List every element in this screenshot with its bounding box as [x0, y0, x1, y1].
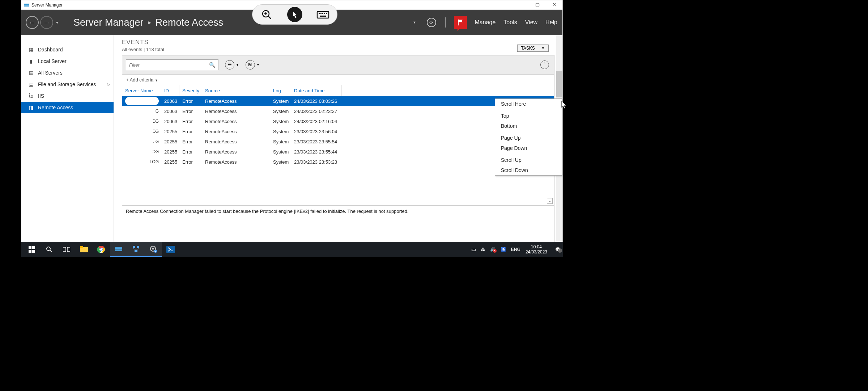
task-view-button[interactable] [58, 242, 75, 257]
panel-toolbar: 🔍 ☰▼ 🖫▼ ˆ [122, 55, 554, 74]
zoom-in-icon[interactable] [259, 7, 274, 22]
menu-manage[interactable]: Manage [475, 19, 496, 26]
settings-gear-icon[interactable] [145, 242, 162, 257]
context-item[interactable]: Scroll Here [495, 99, 562, 109]
svg-rect-30 [137, 246, 139, 248]
col-severity[interactable]: Severity [179, 85, 202, 96]
svg-rect-15 [29, 250, 31, 253]
notifications-flag-icon[interactable] [454, 16, 467, 29]
svg-rect-21 [80, 247, 88, 252]
nav-forward-button[interactable]: → [40, 16, 53, 29]
dashboard-icon: ▦ [28, 46, 34, 53]
filter-input[interactable] [129, 62, 209, 68]
context-item[interactable]: Bottom [495, 121, 562, 131]
sidebar-item-label: Local Server [38, 58, 67, 64]
sidebar-item-remote-access[interactable]: ◨Remote Access [21, 102, 114, 113]
svg-line-3 [268, 16, 271, 19]
divider [445, 17, 446, 28]
svg-point-17 [47, 247, 50, 251]
powershell-icon[interactable] [162, 242, 179, 257]
menu-help[interactable]: Help [545, 19, 557, 26]
svg-rect-9 [322, 13, 323, 14]
minimize-button[interactable]: — [512, 0, 529, 10]
search-icon[interactable]: 🔍 [209, 62, 215, 68]
sidebar-item-all-servers[interactable]: ▤All Servers [21, 67, 114, 79]
col-log[interactable]: Log [270, 85, 291, 96]
close-button[interactable]: ✕ [546, 0, 562, 10]
menu-view[interactable]: View [525, 19, 537, 26]
sidebar: ▦Dashboard ▮Local Server ▤All Servers 🖴F… [21, 35, 114, 257]
tray-volume-icon[interactable]: 🔊✕ [490, 247, 495, 252]
col-date[interactable]: Date and Time [291, 85, 342, 96]
table-row[interactable]: ƆG20255ErrorRemoteAccessSystem23/03/2023… [122, 126, 554, 136]
table-row[interactable]: . G20255ErrorRemoteAccessSystem23/03/202… [122, 136, 554, 147]
breadcrumb-current: Remote Access [156, 17, 224, 28]
tray-language[interactable]: ENG [511, 247, 520, 252]
nav-history-dropdown[interactable]: ▼ [55, 21, 59, 25]
context-item[interactable]: Page Up [495, 133, 562, 143]
table-row[interactable]: LOG20255ErrorRemoteAccessSystem23/03/202… [122, 157, 554, 167]
col-source[interactable]: Source [202, 85, 270, 96]
table-row[interactable]: G20063ErrorRemoteAccessSystem24/03/2023 … [122, 106, 554, 116]
sidebar-item-dashboard[interactable]: ▦Dashboard [21, 44, 114, 55]
svg-point-26 [100, 248, 102, 251]
tasks-dropdown[interactable]: TASKS▼ [517, 45, 549, 52]
svg-point-33 [152, 248, 154, 250]
svg-rect-7 [319, 13, 320, 14]
notifications-dropdown-icon[interactable]: ▼ [413, 21, 416, 24]
server-icon: ▮ [28, 58, 34, 64]
server-manager-taskbar-icon[interactable] [110, 242, 127, 257]
svg-rect-1 [24, 5, 29, 7]
keyboard-icon[interactable] [315, 7, 331, 22]
events-grid: Server Name ID Severity Source Log Date … [122, 85, 554, 206]
sidebar-item-iis[interactable]: ἰοIIS [21, 90, 114, 102]
save-query-button[interactable]: 🖫▼ [246, 60, 260, 70]
table-row[interactable]: ƆG20255ErrorRemoteAccessSystem23/03/2023… [122, 147, 554, 157]
network-connections-icon[interactable] [127, 242, 145, 257]
svg-rect-11 [326, 13, 327, 14]
breadcrumb-root[interactable]: Server Manager [73, 17, 144, 28]
svg-rect-12 [320, 16, 326, 17]
col-server-name[interactable]: Server Name [122, 85, 161, 96]
mouse-cursor-icon [561, 101, 568, 109]
search-button[interactable] [41, 242, 58, 257]
nav-back-button[interactable]: ← [26, 16, 39, 29]
table-row[interactable]: ƆG20063ErrorRemoteAccessSystem24/03/2023… [122, 116, 554, 126]
start-button[interactable] [23, 242, 41, 257]
taskbar-clock[interactable]: 10:04 24/03/2023 [526, 244, 547, 255]
svg-rect-10 [324, 13, 325, 14]
collapse-panel-button[interactable]: ˆ [540, 60, 549, 69]
scroll-down-icon[interactable]: ⌄ [547, 198, 553, 204]
context-item[interactable]: Scroll Up [495, 155, 562, 165]
maximize-button[interactable]: ▢ [529, 0, 546, 10]
refresh-button[interactable]: ⟳ [426, 17, 437, 28]
tray-drive-icon[interactable]: 🖴 [471, 247, 476, 252]
sidebar-item-local-server[interactable]: ▮Local Server [21, 55, 114, 67]
remote-connection-icon[interactable] [287, 7, 302, 22]
criteria-bar: + Add criteria ▼ [122, 74, 554, 85]
col-id[interactable]: ID [161, 85, 179, 96]
svg-rect-19 [63, 247, 66, 252]
filter-box: 🔍 [126, 59, 218, 70]
view-options-button[interactable]: ☰▼ [225, 60, 239, 70]
svg-point-34 [154, 250, 157, 253]
action-center-icon[interactable]: 💬1 [555, 247, 561, 252]
sidebar-item-label: IIS [38, 93, 44, 99]
sidebar-item-label: Dashboard [38, 47, 63, 52]
menu-tools[interactable]: Tools [503, 19, 517, 26]
scrollbar-thumb[interactable] [556, 71, 562, 97]
context-item[interactable]: Scroll Down [495, 165, 562, 175]
tray-network-icon[interactable]: 🖧 [481, 247, 485, 252]
file-explorer-icon[interactable] [75, 242, 93, 257]
svg-rect-6 [317, 12, 329, 18]
chrome-icon[interactable] [93, 242, 110, 257]
context-item[interactable]: Page Down [495, 143, 562, 153]
window-controls: — ▢ ✕ [512, 0, 562, 10]
grid-body: 20063ErrorRemoteAccessSystem24/03/2023 0… [122, 96, 554, 205]
sidebar-item-file-storage[interactable]: 🖴File and Storage Services▷ [21, 79, 114, 90]
table-row[interactable]: 20063ErrorRemoteAccessSystem24/03/2023 0… [122, 96, 554, 106]
svg-rect-8 [320, 13, 322, 14]
tray-accessibility-icon[interactable]: ♿ [501, 247, 506, 252]
add-criteria-button[interactable]: + Add criteria ▼ [126, 77, 158, 83]
context-item[interactable]: Top [495, 111, 562, 121]
